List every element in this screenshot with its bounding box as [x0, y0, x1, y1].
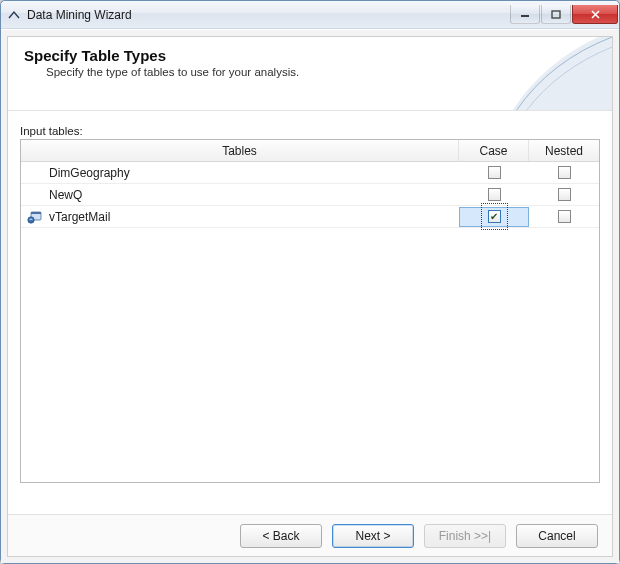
finish-button: Finish >>| [424, 524, 506, 548]
table-icon [25, 187, 45, 203]
maximize-button[interactable] [541, 5, 571, 24]
input-tables-grid[interactable]: Tables Case Nested DimGeography [20, 139, 600, 483]
wizard-header: Specify Table Types Specify the type of … [8, 37, 612, 111]
nested-checkbox[interactable] [558, 166, 571, 179]
wizard-panel: Specify Table Types Specify the type of … [7, 36, 613, 557]
nested-checkbox[interactable] [558, 188, 571, 201]
col-header-case[interactable]: Case [459, 140, 529, 161]
table-icon [25, 165, 45, 181]
nested-checkbox[interactable] [558, 210, 571, 223]
svg-rect-1 [552, 11, 560, 18]
table-row[interactable]: DimGeography [21, 162, 599, 184]
next-button[interactable]: Next > [332, 524, 414, 548]
case-checkbox[interactable]: ✔ [488, 210, 501, 223]
wizard-window: Data Mining Wizard Specify Table Types S… [0, 0, 620, 564]
back-button[interactable]: < Back [240, 524, 322, 548]
cancel-button[interactable]: Cancel [516, 524, 598, 548]
svg-rect-0 [521, 15, 529, 17]
checkmark-icon: ✔ [490, 212, 498, 222]
table-row[interactable]: NewQ [21, 184, 599, 206]
case-checkbox[interactable] [488, 188, 501, 201]
svg-point-4 [28, 216, 34, 222]
wizard-body: Input tables: Tables Case Nested DimGeog… [8, 111, 612, 483]
table-name: vTargetMail [49, 210, 110, 224]
app-icon [7, 8, 21, 22]
window-title: Data Mining Wizard [27, 8, 132, 22]
col-header-tables[interactable]: Tables [21, 140, 459, 161]
wizard-footer: < Back Next > Finish >>| Cancel [8, 514, 612, 556]
table-row[interactable]: vTargetMail ✔ [21, 206, 599, 228]
col-header-nested[interactable]: Nested [529, 140, 599, 161]
table-name: NewQ [49, 188, 82, 202]
close-button[interactable] [572, 5, 618, 24]
table-name: DimGeography [49, 166, 130, 180]
input-tables-label: Input tables: [20, 125, 600, 137]
view-icon [25, 209, 45, 225]
window-controls [510, 5, 619, 24]
titlebar[interactable]: Data Mining Wizard [1, 1, 619, 29]
client-area: Specify Table Types Specify the type of … [1, 29, 619, 563]
page-subtitle: Specify the type of tables to use for yo… [46, 66, 596, 78]
case-checkbox[interactable] [488, 166, 501, 179]
page-title: Specify Table Types [24, 47, 596, 64]
svg-rect-3 [31, 212, 41, 214]
grid-header: Tables Case Nested [21, 140, 599, 162]
minimize-button[interactable] [510, 5, 540, 24]
